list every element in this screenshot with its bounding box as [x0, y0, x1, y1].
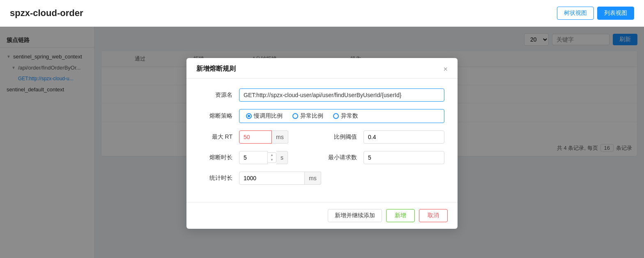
duration-half: 熔断时长 ▲ ▼ s [200, 151, 314, 164]
list-view-button[interactable]: 列表视图 [597, 7, 634, 20]
radio-dot-error-count [333, 113, 339, 119]
modal-header: 新增熔断规则 × [186, 58, 458, 79]
app-title: spzx-cloud-order [10, 8, 83, 19]
strategy-radio-group: 慢调用比例 异常比例 异常数 [239, 109, 444, 123]
stat-input-group: ms [239, 172, 444, 185]
duration-unit: s [276, 151, 288, 164]
duration-label: 熔断时长 [200, 154, 232, 161]
strategy-label: 熔断策略 [200, 112, 232, 120]
strategy-slow-label: 慢调用比例 [254, 112, 283, 120]
stat-label: 统计时长 [200, 174, 232, 182]
strategy-error-ratio-label: 异常比例 [300, 112, 323, 120]
stat-row: 统计时长 ms [200, 172, 444, 185]
modal-footer: 新增并继续添加 新增 取消 [186, 202, 458, 229]
duration-minreq-row: 熔断时长 ▲ ▼ s 最小请求数 [200, 151, 444, 164]
spinner-down[interactable]: ▼ [268, 158, 276, 163]
strategy-error-count[interactable]: 异常数 [333, 112, 358, 120]
resource-name-input[interactable] [239, 88, 444, 102]
modal-body: 资源名 熔断策略 慢调用比例 异常比例 [186, 79, 458, 202]
duration-input[interactable] [239, 151, 268, 164]
min-req-input[interactable] [363, 151, 444, 164]
rt-ratio-row: 最大 RT ms 比例阈值 [200, 130, 444, 144]
radio-dot-slow [246, 113, 252, 119]
max-rt-input[interactable] [239, 130, 272, 144]
stat-input[interactable] [239, 172, 305, 185]
view-toggle: 树状视图 列表视图 [557, 7, 634, 20]
strategy-error-ratio[interactable]: 异常比例 [292, 112, 323, 120]
strategy-row: 熔断策略 慢调用比例 异常比例 异常数 [200, 109, 444, 123]
tree-view-button[interactable]: 树状视图 [557, 7, 594, 20]
main-container: 簇点链路 ▼ sentinel_spring_web_context ▼ /ap… [0, 27, 644, 258]
spinner-up[interactable]: ▲ [268, 153, 276, 158]
max-rt-input-group: ms [239, 130, 314, 144]
add-button[interactable]: 新增 [386, 209, 415, 222]
app-header: spzx-cloud-order 树状视图 列表视图 [0, 0, 644, 27]
ratio-label: 比例阈值 [324, 133, 357, 141]
radio-dot-error-ratio [292, 113, 298, 119]
max-rt-half: 最大 RT ms [200, 130, 314, 144]
min-req-label: 最小请求数 [324, 154, 357, 161]
circuit-break-modal: 新增熔断规则 × 资源名 熔断策略 慢调用比例 [186, 58, 458, 229]
max-rt-unit: ms [272, 130, 288, 144]
ratio-half: 比例阈值 [324, 130, 444, 144]
cancel-button[interactable]: 取消 [419, 209, 448, 222]
max-rt-label: 最大 RT [200, 133, 232, 141]
continue-add-button[interactable]: 新增并继续添加 [328, 209, 382, 222]
modal-title: 新增熔断规则 [196, 65, 236, 73]
duration-spinner-arrows: ▲ ▼ [268, 152, 276, 163]
ratio-input[interactable] [363, 130, 444, 144]
modal-close-button[interactable]: × [443, 65, 448, 73]
stat-unit: ms [305, 172, 321, 185]
resource-name-label: 资源名 [200, 91, 232, 99]
resource-name-row: 资源名 [200, 88, 444, 102]
duration-spinner-group: ▲ ▼ s [239, 151, 314, 164]
strategy-error-count-label: 异常数 [341, 112, 358, 120]
strategy-slow-ratio[interactable]: 慢调用比例 [246, 112, 283, 120]
min-req-half: 最小请求数 [324, 151, 444, 164]
modal-overlay: 新增熔断规则 × 资源名 熔断策略 慢调用比例 [0, 27, 644, 258]
